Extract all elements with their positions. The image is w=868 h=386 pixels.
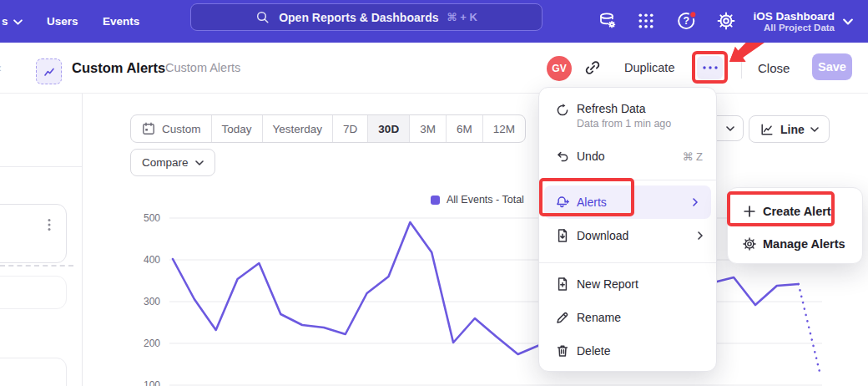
pencil-icon: [555, 310, 570, 325]
date-range-today[interactable]: Today: [212, 115, 263, 142]
help-icon: ?: [676, 10, 698, 32]
svg-text:200: 200: [144, 338, 160, 349]
panel-divider: [82, 93, 83, 386]
legend-swatch: [431, 196, 440, 205]
menu-item-label: Delete: [577, 344, 610, 358]
data-management-icon: [598, 11, 618, 31]
date-range-12m[interactable]: 12M: [483, 115, 525, 142]
report-header: ‹ Custom Alerts Custom Alerts GV Duplica…: [0, 43, 868, 94]
date-range-7d[interactable]: 7D: [333, 115, 368, 142]
download-icon: [555, 228, 570, 243]
menu-item-refresh-data[interactable]: Refresh Data Data from 1 min ago: [539, 97, 716, 141]
search-icon: [255, 10, 270, 25]
line-chart-icon: [760, 122, 775, 137]
date-range-6m[interactable]: 6M: [447, 115, 483, 142]
kebab-menu-icon[interactable]: [48, 218, 51, 231]
menu-item-label: New Report: [577, 277, 638, 291]
submenu-item-label: Manage Alerts: [763, 237, 845, 251]
calendar-icon: [141, 121, 156, 136]
search-shortcut: ⌘ + K: [447, 11, 477, 23]
gear-icon: [742, 236, 757, 251]
chevron-down-icon: [726, 126, 734, 131]
close-button[interactable]: Close: [758, 43, 790, 93]
svg-text:400: 400: [144, 254, 160, 266]
copy-link-button[interactable]: [583, 43, 602, 93]
chevron-down-icon: [843, 18, 853, 25]
left-panel-card[interactable]: [0, 358, 67, 386]
apps-grid-button[interactable]: [633, 8, 659, 33]
app-window: 100200300400500 All Events - Total Custo…: [0, 0, 868, 386]
nav-item-truncated[interactable]: s: [2, 0, 23, 43]
menu-item-rename[interactable]: Rename: [539, 301, 716, 334]
left-panel-row[interactable]: [0, 131, 82, 167]
trash-icon: [555, 343, 570, 358]
nav-item-events[interactable]: Events: [103, 0, 139, 43]
submenu-item-create-alert[interactable]: Create Alert: [728, 195, 862, 228]
settings-button[interactable]: [714, 8, 739, 33]
left-panel-row[interactable]: [0, 93, 82, 132]
menu-divider: [539, 180, 716, 180]
new-report-icon: [555, 277, 570, 292]
search-placeholder: Open Reports & Dashboards: [279, 11, 438, 24]
settings-gear-icon: [716, 11, 736, 31]
project-scope: All Project Data: [753, 23, 835, 33]
project-name: iOS Dashboard: [753, 10, 835, 23]
save-button[interactable]: Save: [812, 53, 852, 80]
top-nav: s Users Events Open Reports & Dashboards…: [0, 0, 868, 43]
help-button[interactable]: ?: [674, 8, 699, 33]
menu-item-sublabel: Data from 1 min ago: [577, 117, 671, 131]
duplicate-button[interactable]: Duplicate: [624, 43, 674, 93]
context-menu: Refresh Data Data from 1 min ago Undo ⌘ …: [538, 87, 717, 372]
alerts-submenu: Create Alert Manage Alerts: [727, 187, 863, 264]
menu-divider: [539, 262, 716, 263]
svg-text:300: 300: [144, 296, 160, 307]
date-range-control: Custom Today Yesterday 7D 30D 3M 6M 12M: [130, 114, 526, 143]
menu-item-label: Download: [577, 229, 628, 242]
project-selector[interactable]: iOS Dashboard All Project Data: [753, 0, 853, 43]
nav-item-users[interactable]: Users: [47, 0, 78, 43]
menu-item-label: Alerts: [577, 196, 607, 209]
menu-item-new-report[interactable]: New Report: [539, 267, 716, 301]
menu-item-alerts[interactable]: Alerts: [544, 185, 711, 219]
menu-item-label: Rename: [577, 311, 621, 324]
data-management-button[interactable]: [595, 8, 620, 33]
submenu-item-manage-alerts[interactable]: Manage Alerts: [728, 228, 862, 260]
menu-item-undo[interactable]: Undo ⌘ Z: [539, 140, 716, 173]
copy-link-icon: [583, 58, 602, 77]
legend-label: All Events - Total: [447, 194, 524, 206]
menu-item-shortcut: ⌘ Z: [682, 150, 703, 163]
breadcrumb: Custom Alerts: [165, 43, 240, 93]
refresh-icon: [555, 103, 570, 118]
svg-text:?: ?: [683, 15, 689, 27]
chevron-down-icon: [195, 160, 204, 165]
search-input[interactable]: Open Reports & Dashboards ⌘ + K: [190, 3, 542, 31]
left-panel-card[interactable]: [0, 204, 67, 263]
compare-button[interactable]: Compare: [130, 149, 215, 176]
report-chart-icon: [36, 58, 62, 84]
more-options-button[interactable]: [697, 56, 723, 79]
collapse-chevron-fragment: ‹: [0, 61, 2, 74]
chevron-down-icon: [810, 127, 819, 132]
date-range-custom[interactable]: Custom: [131, 115, 212, 142]
apps-grid-icon: [637, 12, 655, 30]
legend-item[interactable]: All Events - Total: [431, 193, 524, 206]
more-options-icon: [703, 66, 718, 69]
left-panel-card[interactable]: [0, 276, 67, 309]
menu-item-label: Refresh Data: [577, 101, 671, 116]
chart-type-button[interactable]: Line: [749, 115, 830, 143]
submenu-item-label: Create Alert: [763, 205, 831, 218]
chevron-right-icon: [698, 231, 703, 240]
svg-text:500: 500: [144, 212, 160, 224]
menu-item-label: Undo: [577, 150, 604, 163]
date-range-yesterday[interactable]: Yesterday: [263, 115, 334, 142]
avatar[interactable]: GV: [547, 56, 572, 81]
menu-item-delete[interactable]: Delete: [539, 334, 716, 368]
header-divider: [741, 56, 742, 79]
menu-item-download[interactable]: Download: [539, 219, 716, 252]
plus-icon: [742, 204, 757, 219]
chevron-right-icon: [693, 198, 698, 206]
undo-icon: [555, 149, 570, 164]
date-range-3m[interactable]: 3M: [410, 115, 447, 142]
date-range-30d[interactable]: 30D: [368, 115, 410, 142]
svg-text:100: 100: [144, 379, 160, 386]
